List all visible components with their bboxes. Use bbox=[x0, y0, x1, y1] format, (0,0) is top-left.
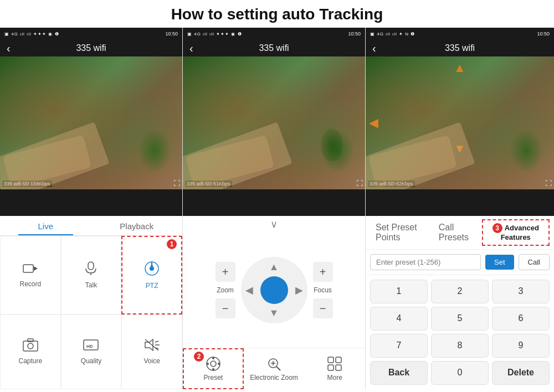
control-talk-label: Talk bbox=[85, 281, 97, 289]
control-voice[interactable]: Voice bbox=[121, 314, 182, 390]
tab-live[interactable]: Live bbox=[0, 216, 91, 235]
joystick-up[interactable]: ▲ bbox=[269, 261, 279, 273]
zoom-plus-btn[interactable]: + bbox=[216, 262, 235, 282]
control-capture[interactable]: Capture bbox=[0, 314, 61, 390]
svg-marker-1 bbox=[34, 266, 38, 271]
control-record[interactable]: Record bbox=[0, 236, 61, 314]
phone-header-3: ‹ 335 wifi bbox=[366, 40, 554, 56]
advanced-features-label: Advanced Features bbox=[501, 224, 539, 241]
camera-overlay-3: 335 wifi·SD·62Kbps bbox=[368, 180, 415, 187]
chevron-down[interactable]: ∨ bbox=[183, 216, 365, 233]
svg-rect-30 bbox=[328, 365, 334, 370]
svg-line-14 bbox=[155, 341, 158, 342]
numpad: 1 2 3 4 5 6 7 8 9 Back 0 Delete bbox=[366, 275, 554, 389]
numpad-8[interactable]: 8 bbox=[431, 334, 489, 358]
electronic-zoom-icon bbox=[266, 356, 281, 374]
svg-point-21 bbox=[212, 368, 214, 370]
numpad-0[interactable]: 0 bbox=[431, 361, 489, 385]
joystick-right[interactable]: ▶ bbox=[295, 284, 303, 296]
preset-input[interactable] bbox=[370, 254, 481, 270]
numpad-9[interactable]: 9 bbox=[492, 334, 550, 358]
record-icon bbox=[23, 262, 38, 278]
svg-line-25 bbox=[276, 367, 280, 370]
tab-set-preset-points[interactable]: Set Preset Points bbox=[370, 220, 429, 245]
control-ptz[interactable]: 1 PTZ bbox=[121, 236, 182, 314]
status-bar-1: ▣ 4G ıll ıll ✦✦✦ ◉ ❶ 10:50 bbox=[0, 28, 182, 40]
quality-icon: HD bbox=[83, 338, 99, 355]
status-bar-3: ▣ 4G ıll ıll ✦ N ❶ 10:50 bbox=[366, 28, 554, 40]
ptz-icon bbox=[144, 261, 160, 280]
control-quality[interactable]: HD Quality bbox=[61, 314, 122, 390]
tab-call-presets[interactable]: Call Presets bbox=[433, 220, 478, 245]
joystick[interactable]: ▲ ▼ ◀ ▶ bbox=[241, 257, 307, 323]
wifi-name-2: 335 wifi bbox=[259, 43, 289, 53]
fullscreen-icon-1[interactable]: ⛶ bbox=[173, 179, 180, 187]
svg-point-9 bbox=[28, 343, 33, 349]
control-ptz-label: PTZ bbox=[146, 282, 158, 290]
zoom-minus-btn[interactable]: − bbox=[216, 298, 235, 318]
focus-label: Focus bbox=[314, 286, 332, 294]
more-label: More bbox=[327, 374, 342, 381]
preset-label: Preset bbox=[203, 374, 223, 381]
status-time-2: 10:50 bbox=[348, 31, 361, 37]
focus-minus-btn[interactable]: − bbox=[313, 298, 333, 318]
right-panel: ▣ 4G ıll ıll ✦ N ❶ 10:50 ‹ 335 wifi ▲ ◀ … bbox=[366, 28, 554, 389]
control-talk[interactable]: Talk bbox=[61, 236, 122, 314]
numpad-5[interactable]: 5 bbox=[431, 307, 489, 331]
tabs-row: Live Playback bbox=[0, 216, 182, 236]
fullscreen-icon-3[interactable]: ⛶ bbox=[545, 179, 552, 187]
fullscreen-icon-2[interactable]: ⛶ bbox=[356, 179, 363, 187]
numpad-4[interactable]: 4 bbox=[370, 307, 428, 331]
preset-icon bbox=[206, 356, 221, 374]
badge-2: 2 bbox=[194, 352, 204, 362]
voice-icon bbox=[144, 338, 160, 355]
numpad-back[interactable]: Back bbox=[370, 361, 428, 385]
svg-rect-0 bbox=[23, 265, 33, 272]
numpad-7[interactable]: 7 bbox=[370, 334, 428, 358]
set-button[interactable]: Set bbox=[485, 255, 514, 270]
zoom-label: Zoom bbox=[217, 286, 234, 294]
control-capture-label: Capture bbox=[18, 357, 42, 365]
control-voice-label: Voice bbox=[143, 357, 160, 365]
numpad-6[interactable]: 6 bbox=[492, 307, 550, 331]
badge-3: 3 bbox=[493, 223, 502, 233]
status-time-3: 10:50 bbox=[537, 31, 550, 37]
right-controls: Set Preset Points Call Presets 3Advanced… bbox=[366, 216, 554, 389]
control-record-label: Record bbox=[19, 280, 41, 288]
status-bar-2: ▣ 4G ıll ıll ✦✦✦ ◉ ❶ 10:50 bbox=[183, 28, 365, 40]
zoom-controls: + Zoom − bbox=[216, 262, 235, 318]
badge-1: 1 bbox=[167, 239, 177, 249]
call-button[interactable]: Call bbox=[519, 254, 550, 270]
electronic-zoom-item[interactable]: Electronic Zoom bbox=[244, 348, 305, 389]
svg-point-20 bbox=[212, 357, 214, 359]
back-arrow-3[interactable]: ‹ bbox=[372, 42, 376, 55]
focus-plus-btn[interactable]: + bbox=[313, 262, 333, 282]
svg-rect-10 bbox=[28, 339, 33, 342]
electronic-zoom-label: Electronic Zoom bbox=[250, 374, 298, 381]
numpad-2[interactable]: 2 bbox=[431, 280, 489, 303]
wifi-name-1: 335 wifi bbox=[76, 43, 106, 53]
numpad-delete[interactable]: Delete bbox=[492, 361, 550, 385]
back-arrow-2[interactable]: ‹ bbox=[189, 42, 193, 55]
back-arrow-1[interactable]: ‹ bbox=[7, 42, 11, 55]
phone-screen-1: ▣ 4G ıll ıll ✦✦✦ ◉ ❶ 10:50 ‹ 335 wifi 33… bbox=[0, 28, 182, 216]
ptz-on-screen-down: ▼ bbox=[454, 142, 466, 156]
joystick-center bbox=[260, 276, 288, 304]
more-item[interactable]: More bbox=[304, 348, 365, 389]
svg-rect-31 bbox=[336, 365, 341, 370]
joystick-down[interactable]: ▼ bbox=[269, 307, 279, 319]
preset-item[interactable]: 2 Preset bbox=[183, 348, 244, 389]
tab-playback[interactable]: Playback bbox=[91, 216, 183, 235]
numpad-1[interactable]: 1 bbox=[370, 280, 428, 303]
more-icon bbox=[327, 356, 342, 374]
joystick-left[interactable]: ◀ bbox=[245, 284, 253, 296]
advanced-features-badge[interactable]: 3Advanced Features bbox=[482, 219, 550, 246]
talk-icon bbox=[84, 261, 98, 279]
numpad-3[interactable]: 3 bbox=[492, 280, 550, 303]
page-title: How to setting auto Tracking bbox=[0, 0, 554, 28]
status-time-1: 10:50 bbox=[165, 31, 178, 37]
middle-panel: ▣ 4G ıll ıll ✦✦✦ ◉ ❶ 10:50 ‹ 335 wifi 33… bbox=[183, 28, 366, 389]
camera-feed-3: ▲ ◀ ▼ 335 wifi·SD·62Kbps ⛶ bbox=[366, 56, 554, 189]
ptz-on-screen-left: ◀ bbox=[369, 116, 378, 130]
camera-feed-2: 335 wifi·SD·61Kbps ⛶ bbox=[183, 56, 365, 189]
